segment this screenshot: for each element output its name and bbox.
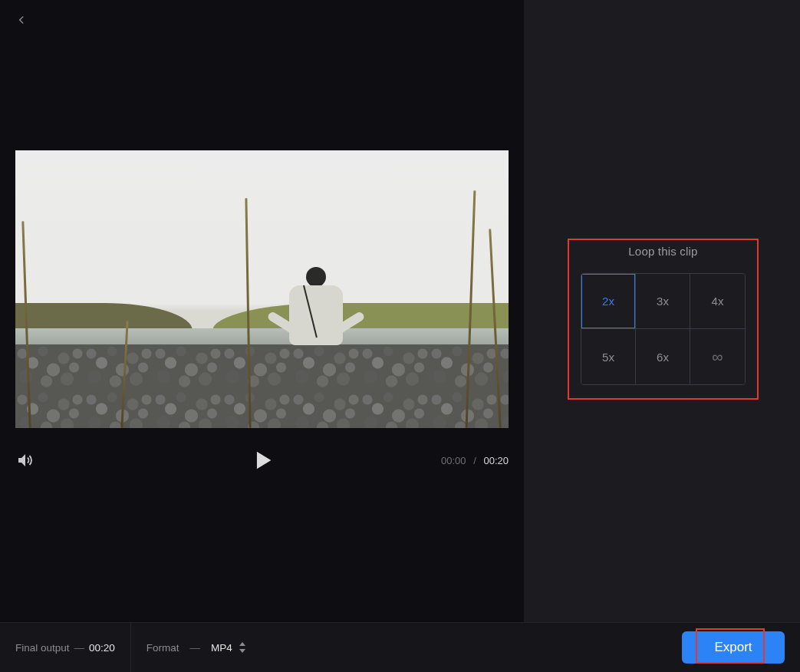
loop-option-label: 2x [602, 295, 614, 308]
loop-option-label: 6x [657, 351, 669, 364]
back-button[interactable] [12, 11, 31, 29]
loop-grid: 2x3x4x5x6x∞ [581, 273, 746, 385]
volume-button[interactable] [15, 451, 34, 469]
player-controls: 00:00 / 00:20 [15, 445, 509, 476]
loop-title: Loop this clip [569, 245, 757, 258]
format-select[interactable]: Format — MP4 [147, 642, 246, 654]
duration: 00:20 [483, 455, 509, 466]
time-separator: / [473, 455, 476, 466]
loop-option-3x[interactable]: 3x [636, 274, 690, 329]
stepper-icon [239, 642, 246, 653]
chevron-left-icon [16, 15, 27, 25]
loop-option-label: 4x [712, 295, 724, 308]
loop-option-2x[interactable]: 2x [581, 274, 636, 329]
footer-bar: Final output — 00:20 Format — MP4 Export [0, 622, 800, 672]
loop-option-label: ∞ [712, 348, 723, 366]
footer-divider [130, 623, 131, 673]
options-panel: Loop this clip 2x3x4x5x6x∞ [524, 0, 800, 622]
final-output-info: Final output — 00:20 [15, 642, 115, 654]
current-time: 00:00 [441, 455, 466, 466]
format-label: Format [147, 642, 179, 654]
loop-option-6x[interactable]: 6x [636, 329, 690, 384]
loop-option-4x[interactable]: 4x [690, 274, 745, 329]
loop-option-label: 5x [602, 351, 614, 364]
loop-option-infinite[interactable]: ∞ [690, 329, 745, 384]
video-preview[interactable] [15, 150, 509, 428]
final-output-label: Final output [15, 642, 70, 654]
loop-option-label: 3x [657, 295, 669, 308]
play-button[interactable] [249, 447, 275, 473]
format-value: MP4 [211, 642, 232, 654]
loop-option-5x[interactable]: 5x [581, 329, 636, 384]
export-button[interactable]: Export [682, 631, 785, 664]
playback-time: 00:00 / 00:20 [441, 455, 509, 466]
preview-panel: 00:00 / 00:20 [0, 0, 524, 622]
loop-selector: Loop this clip 2x3x4x5x6x∞ [568, 239, 759, 400]
volume-icon [15, 451, 34, 469]
final-output-value: 00:20 [89, 642, 115, 654]
play-icon [249, 447, 275, 473]
